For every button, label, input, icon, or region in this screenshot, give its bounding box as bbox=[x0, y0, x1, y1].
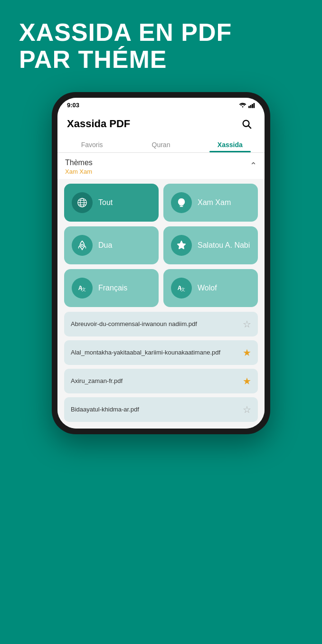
themes-selected: Xam Xam bbox=[65, 168, 93, 175]
grid-item-xam-xam[interactable]: Xam Xam bbox=[163, 184, 258, 222]
svg-text:文: 文 bbox=[82, 287, 86, 292]
status-time: 9:03 bbox=[67, 102, 79, 109]
page-title: XASSIDA EN PDF PAR THÉME bbox=[19, 19, 303, 73]
tabs-bar: Favoris Quran Xassida bbox=[57, 136, 265, 153]
file-item-2[interactable]: Axiru_zaman-fr.pdf ★ bbox=[64, 369, 258, 393]
dua-label: Dua bbox=[98, 241, 112, 250]
file-name-1: Alal_montakha-yakitaabal_kariimi-kounaka… bbox=[71, 348, 238, 357]
translate-icon-wo: A 文 bbox=[176, 283, 187, 293]
svg-rect-1 bbox=[250, 105, 252, 108]
tout-icon-circle bbox=[72, 192, 93, 213]
tab-xassida[interactable]: Xassida bbox=[196, 136, 265, 152]
grid-item-wolof[interactable]: A 文 Wolof bbox=[163, 269, 258, 307]
svg-point-13 bbox=[81, 244, 84, 247]
tout-label: Tout bbox=[98, 198, 113, 207]
wolof-icon-circle: A 文 bbox=[171, 278, 192, 299]
grid-item-tout[interactable]: Tout bbox=[64, 184, 159, 222]
wolof-label: Wolof bbox=[198, 284, 217, 292]
tab-quran[interactable]: Quran bbox=[126, 136, 195, 152]
file-item-3[interactable]: Bidaayatul-khidma-ar.pdf ☆ bbox=[64, 397, 258, 422]
phone-frame: 9:03 bbox=[52, 92, 270, 434]
grid-item-francais[interactable]: A 文 Français bbox=[64, 269, 159, 307]
tab-favoris[interactable]: Favoris bbox=[57, 136, 126, 152]
background-header: XASSIDA EN PDF PAR THÉME bbox=[0, 0, 322, 87]
status-bar: 9:03 bbox=[57, 98, 265, 111]
themes-label: Thèmes bbox=[65, 159, 93, 167]
signal-icon bbox=[248, 103, 255, 108]
search-button[interactable] bbox=[238, 115, 255, 132]
xam-xam-label: Xam Xam bbox=[198, 198, 231, 207]
status-icons bbox=[239, 103, 255, 108]
lightbulb-icon bbox=[176, 197, 187, 208]
file-item-1[interactable]: Alal_montakha-yakitaabal_kariimi-kounaka… bbox=[64, 340, 258, 365]
search-icon bbox=[241, 119, 252, 129]
star-outline-icon bbox=[176, 240, 187, 251]
file-name-2: Axiru_zaman-fr.pdf bbox=[71, 377, 238, 385]
themes-section: Thèmes Xam Xam ⌃ bbox=[57, 153, 265, 179]
file-list: Abreuvoir-du-commensal-irwanoun nadiim.p… bbox=[57, 312, 265, 429]
chevron-up-icon[interactable]: ⌃ bbox=[250, 160, 257, 171]
globe-icon bbox=[77, 197, 87, 208]
salatou-label: Salatou A. Nabi bbox=[198, 241, 250, 250]
xam-xam-icon-circle bbox=[171, 192, 192, 213]
wifi-icon bbox=[239, 103, 246, 108]
dua-icon-circle bbox=[72, 235, 93, 256]
file-star-0[interactable]: ☆ bbox=[243, 318, 251, 330]
salatou-icon-circle bbox=[171, 235, 192, 256]
phone-wrapper: 9:03 bbox=[45, 87, 277, 644]
file-name-3: Bidaayatul-khidma-ar.pdf bbox=[71, 405, 238, 414]
phone-screen: 9:03 bbox=[57, 98, 265, 429]
svg-text:文: 文 bbox=[181, 287, 185, 292]
grid-item-salatou[interactable]: Salatou A. Nabi bbox=[163, 226, 258, 264]
francais-label: Français bbox=[98, 284, 127, 292]
file-star-2[interactable]: ★ bbox=[243, 375, 251, 387]
file-item-0[interactable]: Abreuvoir-du-commensal-irwanoun nadiim.p… bbox=[64, 312, 258, 336]
translate-icon-fr: A 文 bbox=[77, 283, 87, 293]
grid-item-dua[interactable]: Dua bbox=[64, 226, 159, 264]
app-title: Xassida PDF bbox=[67, 118, 130, 130]
rocket-icon bbox=[77, 240, 87, 251]
themes-grid: Tout Xam Xam bbox=[57, 179, 265, 312]
francais-icon-circle: A 文 bbox=[72, 278, 93, 299]
file-name-0: Abreuvoir-du-commensal-irwanoun nadiim.p… bbox=[71, 320, 238, 328]
file-star-1[interactable]: ★ bbox=[243, 347, 251, 358]
file-star-3[interactable]: ☆ bbox=[243, 404, 251, 415]
svg-rect-3 bbox=[254, 103, 255, 108]
app-header: Xassida PDF bbox=[57, 111, 265, 136]
svg-line-5 bbox=[248, 126, 251, 129]
svg-rect-0 bbox=[248, 106, 250, 108]
svg-rect-2 bbox=[252, 104, 253, 108]
themes-info: Thèmes Xam Xam bbox=[65, 159, 93, 175]
